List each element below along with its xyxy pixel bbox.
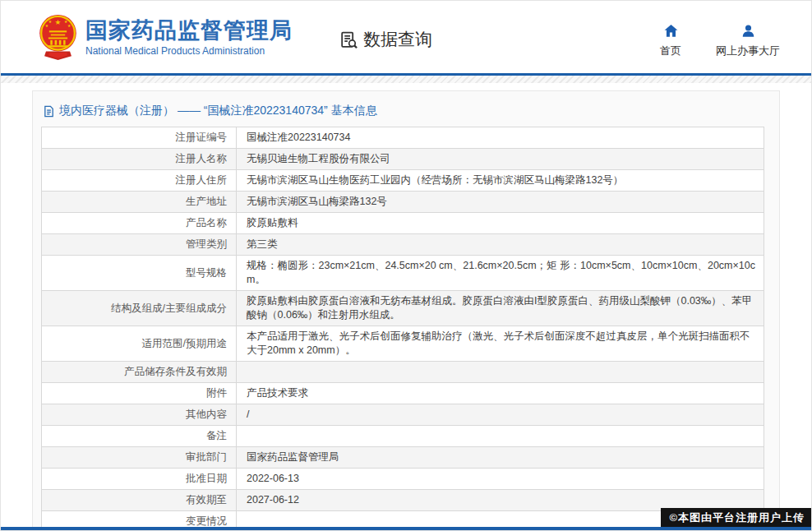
- page-header: ★ ★ ★ ★ ★ 国家药品监督管理局 National Medical Pro…: [1, 1, 811, 73]
- table-row: 注册证编号 国械注准20223140734: [42, 127, 764, 149]
- nav-home[interactable]: 首页: [660, 23, 681, 58]
- svg-text:★: ★: [48, 20, 53, 24]
- row-value: 无锡贝迪生物工程股份有限公司: [237, 149, 764, 170]
- row-label: 批准日期: [186, 473, 227, 484]
- table-row: 注册人住所 无锡市滨湖区马山生物医药工业园内（经营场所：无锡市滨湖区马山梅梁路1…: [42, 170, 764, 192]
- table-row: 有效期至 2027-06-12: [42, 490, 764, 511]
- table-row: 产品名称 胶原贴敷料: [42, 213, 764, 234]
- table-row: 其他内容 /: [42, 404, 764, 426]
- row-value: 产品技术要求: [237, 383, 764, 404]
- info-panel: 境内医疗器械（注册） —— “国械注准20223140734” 基本信息 注册证…: [32, 90, 780, 531]
- registration-info-table: 注册证编号 国械注准20223140734 注册人名称 无锡贝迪生物工程股份有限…: [41, 127, 764, 531]
- row-value: 胶原贴敷料由胶原蛋白溶液和无纺布基材组成。胶原蛋白溶液由I型胶原蛋白、药用级山梨…: [237, 291, 764, 326]
- row-value: 2022-06-13: [237, 469, 764, 490]
- data-query-section[interactable]: 数据查询: [339, 28, 432, 51]
- table-row: 型号规格 规格：椭圆形：23cm×21cm、24.5cm×20 cm、21.6c…: [42, 256, 764, 291]
- nmpa-logo-group[interactable]: ★ ★ ★ ★ ★ 国家药品监督管理局 National Medical Pro…: [39, 12, 293, 62]
- document-search-icon: [339, 30, 359, 50]
- row-label: 审批部门: [186, 451, 227, 463]
- row-value: [237, 362, 764, 383]
- org-name-en: National Medical Products Administration: [85, 45, 293, 57]
- nav-home-label: 首页: [660, 44, 681, 58]
- row-value: 国械注准20223140734: [237, 127, 764, 149]
- person-icon: [740, 23, 756, 39]
- svg-text:★: ★: [67, 24, 72, 28]
- svg-text:★: ★: [45, 24, 49, 28]
- table-row: 备注: [42, 426, 764, 447]
- table-row: 附件 产品技术要求: [42, 383, 764, 404]
- org-names: 国家药品监督管理局 National Medical Products Admi…: [85, 18, 293, 57]
- row-label: 注册证编号: [176, 132, 228, 143]
- main-content: 境内医疗器械（注册） —— “国械注准20223140734” 基本信息 注册证…: [1, 83, 811, 531]
- svg-text:★: ★: [64, 20, 68, 24]
- row-label: 产品名称: [186, 217, 227, 229]
- row-label: 适用范围/预期用途: [142, 338, 227, 349]
- row-label: 变更情况: [186, 515, 227, 527]
- table-row: 管理类别 第三类: [42, 234, 764, 256]
- nav-service-hall-label: 网上办事大厅: [716, 44, 780, 58]
- org-name-cn: 国家药品监督管理局: [85, 18, 293, 43]
- nav-service-hall[interactable]: 网上办事大厅: [716, 23, 780, 58]
- table-row: 注册人名称 无锡贝迪生物工程股份有限公司: [42, 149, 764, 170]
- hatch-pattern-band: [1, 76, 811, 83]
- national-emblem-icon: ★ ★ ★ ★ ★: [39, 12, 77, 62]
- row-value: 无锡市滨湖区马山梅梁路132号: [237, 192, 764, 213]
- row-value: [237, 426, 764, 447]
- row-value: 本产品适用于激光、光子术后创面修复辅助治疗（激光、光子术后创面深度不超过真皮层，…: [237, 326, 764, 362]
- row-label: 结构及组成/主要组成成分: [111, 302, 227, 314]
- row-label: 附件: [206, 387, 227, 399]
- row-value: /: [237, 404, 764, 426]
- table-row: 结构及组成/主要组成成分 胶原贴敷料由胶原蛋白溶液和无纺布基材组成。胶原蛋白溶液…: [42, 291, 764, 326]
- table-row: 生产地址 无锡市滨湖区马山梅梁路132号: [42, 192, 764, 213]
- row-label: 生产地址: [186, 196, 227, 207]
- watermark-badge: ©本图由平台注册用户上传: [661, 508, 811, 528]
- row-value: 第三类: [237, 234, 764, 256]
- row-label: 备注: [206, 430, 227, 441]
- row-label: 其他内容: [186, 409, 227, 420]
- row-value: 国家药品监督管理局: [237, 447, 764, 469]
- table-row: 批准日期 2022-06-13: [42, 469, 764, 490]
- table-row: 产品储存条件及有效期: [42, 362, 764, 383]
- breadcrumb-text: 境内医疗器械（注册） —— “国械注准20223140734” 基本信息: [59, 104, 377, 118]
- document-icon: [43, 105, 55, 118]
- row-label: 注册人住所: [176, 174, 228, 186]
- header-nav: 首页 网上办事大厅: [660, 23, 780, 58]
- row-label: 型号规格: [186, 267, 227, 279]
- row-value: 规格：椭圆形：23cm×21cm、24.5cm×20 cm、21.6cm×20.…: [237, 256, 764, 291]
- table-row: 适用范围/预期用途 本产品适用于激光、光子术后创面修复辅助治疗（激光、光子术后创…: [42, 326, 764, 362]
- row-value: 胶原贴敷料: [237, 213, 764, 234]
- table-row: 审批部门 国家药品监督管理局: [42, 447, 764, 469]
- svg-text:★: ★: [55, 18, 62, 26]
- row-label: 产品储存条件及有效期: [124, 366, 227, 377]
- breadcrumb: 境内医疗器械（注册） —— “国械注准20223140734” 基本信息: [41, 99, 771, 127]
- row-label: 有效期至: [186, 494, 227, 506]
- home-icon: [663, 23, 679, 39]
- row-value: 无锡市滨湖区马山生物医药工业园内（经营场所：无锡市滨湖区马山梅梁路132号）: [237, 170, 764, 192]
- bottom-divider-line: [1, 527, 811, 530]
- section-title: 数据查询: [363, 28, 432, 51]
- row-label: 注册人名称: [176, 153, 228, 164]
- row-label: 管理类别: [186, 238, 227, 250]
